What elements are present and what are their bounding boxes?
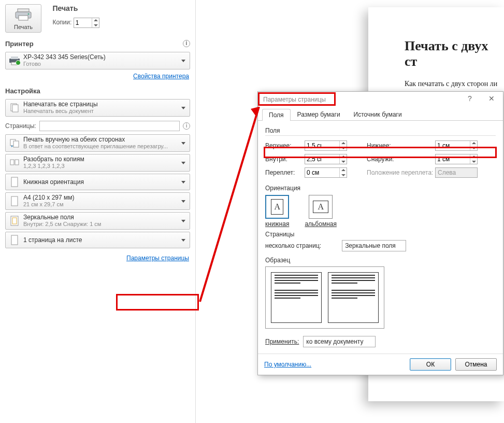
paper-size-dropdown[interactable]: A4 (210 x 297 мм) 21 см x 29,7 см xyxy=(5,192,190,210)
collate-dropdown[interactable]: Разобрать по копиям 1,2,3 1,2,3 1,2,3 xyxy=(5,154,190,172)
printer-icon xyxy=(15,8,32,21)
gutter-position-select: Слева xyxy=(435,167,478,178)
margin-outside-input[interactable] xyxy=(435,154,478,164)
chevron-down-icon xyxy=(181,220,185,222)
duplex-dropdown[interactable]: Печать вручную на обеих сторонах В ответ… xyxy=(5,134,190,152)
doc-heading: Печать с двух ст xyxy=(405,38,499,69)
pages-input[interactable] xyxy=(39,121,180,131)
chevron-down-icon xyxy=(181,239,185,242)
margin-inside-input[interactable] xyxy=(305,154,347,164)
portrait-icon xyxy=(9,176,20,188)
chevron-down-icon xyxy=(181,181,185,184)
chevron-down-icon xyxy=(181,162,185,164)
collate-icon xyxy=(9,157,20,168)
doc-paragraph: Как печатать с двух сторон ли xyxy=(405,80,499,88)
spinner-arrows-icon[interactable] xyxy=(92,18,99,27)
print-header: Печать Печать Копии: xyxy=(0,0,195,35)
dialog-tabs: Поля Размер бумаги Источник бумаги xyxy=(258,108,503,121)
orientation-portrait[interactable]: A xyxy=(265,195,289,219)
svg-rect-0 xyxy=(18,9,29,12)
pages-label: Страницы: xyxy=(5,122,39,130)
cancel-button[interactable]: Отмена xyxy=(455,358,497,371)
svg-rect-2 xyxy=(19,16,28,20)
tab-fields[interactable]: Поля xyxy=(262,109,291,121)
print-backstage-panel: Печать Печать Копии: Принтер i XP-342 34… xyxy=(0,0,196,423)
page-setup-dialog: Параметры страницы ? ✕ Поля Размер бумаг… xyxy=(257,91,503,375)
gutter-input[interactable] xyxy=(305,167,347,178)
orientation-landscape[interactable]: A xyxy=(309,195,333,219)
chevron-down-icon xyxy=(181,200,185,203)
dialog-titlebar: Параметры страницы ? ✕ xyxy=(258,92,503,107)
margin-bottom-input[interactable] xyxy=(435,140,478,151)
printer-properties-link[interactable]: Свойства принтера xyxy=(133,73,189,80)
copies-input[interactable] xyxy=(74,18,92,27)
svg-line-18 xyxy=(200,107,259,302)
pages-per-sheet-dropdown[interactable]: 1 страница на листе xyxy=(5,232,190,248)
printer-name: XP-342 343 345 Series(Сеть) xyxy=(23,54,106,61)
margins-dropdown[interactable]: Зеркальные поля Внутри: 2,5 см Снаружи: … xyxy=(5,212,190,230)
help-button[interactable]: ? xyxy=(463,94,477,105)
page-icon xyxy=(9,234,20,246)
duplex-icon xyxy=(9,137,20,149)
printer-dropdown[interactable]: XP-342 343 345 Series(Сеть) Готово xyxy=(5,52,190,69)
orientation-group-label: Ориентация xyxy=(265,185,496,192)
printer-section-title: Принтер i xyxy=(0,35,195,50)
svg-rect-8 xyxy=(12,105,18,112)
page-setup-link[interactable]: Параметры страницы xyxy=(126,255,189,262)
print-range-dropdown[interactable]: Напечатать все страницы Напечатать весь … xyxy=(5,99,190,117)
print-button[interactable]: Печать xyxy=(5,4,41,33)
margin-top-input[interactable] xyxy=(305,140,347,151)
svg-rect-10 xyxy=(13,141,19,147)
print-button-label: Печать xyxy=(14,24,33,30)
printer-device-icon xyxy=(9,55,20,66)
close-button[interactable]: ✕ xyxy=(484,94,499,105)
tab-paper-size[interactable]: Размер бумаги xyxy=(291,108,347,120)
svg-rect-12 xyxy=(15,160,19,165)
chevron-down-icon xyxy=(181,60,185,62)
copies-spinner[interactable] xyxy=(74,18,99,28)
sample-label: Образец xyxy=(265,257,496,264)
ok-button[interactable]: ОК xyxy=(410,358,451,371)
svg-rect-17 xyxy=(11,235,18,245)
apply-to-select[interactable]: ко всему документу xyxy=(303,336,376,347)
multi-pages-select[interactable]: Зеркальные поля xyxy=(342,240,406,251)
print-title: Печать xyxy=(52,4,99,12)
chevron-down-icon xyxy=(181,142,185,145)
info-icon[interactable]: i xyxy=(183,122,190,130)
printer-status: Готово xyxy=(23,61,106,67)
svg-rect-11 xyxy=(10,160,14,165)
sample-preview xyxy=(265,266,384,329)
tab-paper-source[interactable]: Источник бумаги xyxy=(347,108,409,120)
copies-label: Копии: xyxy=(52,19,71,26)
pages-group-label: Страницы xyxy=(265,231,496,238)
fields-group-label: Поля xyxy=(265,127,496,134)
svg-rect-13 xyxy=(11,177,18,187)
margins-icon xyxy=(9,215,20,227)
dialog-title-text: Параметры страницы xyxy=(263,96,326,103)
info-icon[interactable]: i xyxy=(183,40,190,47)
chevron-down-icon xyxy=(181,107,185,109)
pages-icon xyxy=(9,102,20,114)
orientation-dropdown[interactable]: Книжная ориентация xyxy=(5,174,190,190)
svg-rect-14 xyxy=(11,196,18,206)
settings-section-title: Настройка xyxy=(0,82,195,97)
default-button[interactable]: По умолчанию... xyxy=(264,361,311,368)
svg-point-3 xyxy=(28,13,30,15)
page-icon xyxy=(9,195,20,207)
svg-rect-5 xyxy=(11,57,18,59)
